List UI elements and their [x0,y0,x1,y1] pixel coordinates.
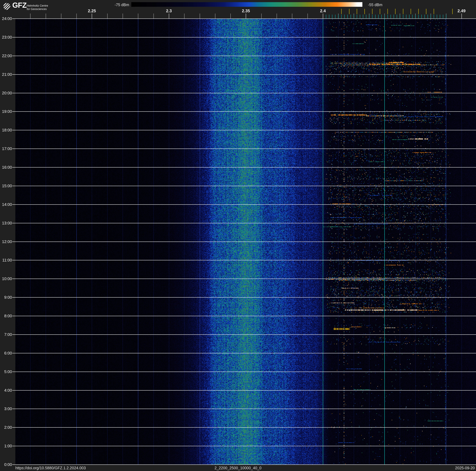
time-tick-label: 15:00 [0,183,12,188]
freq-tick-label: 2.3 [166,9,172,13]
gfz-logo-icon [3,3,10,10]
time-tick-label: 6:00 [0,351,12,356]
time-tick-label: 1:00 [0,444,12,448]
time-tick-label: 5:00 [0,369,12,374]
time-tick-label: 19:00 [0,109,12,114]
time-tick-label: 24:00 [0,16,12,21]
time-tick-label: 23:00 [0,35,12,40]
freq-tick-label: 2.49 [458,9,466,13]
time-tick-label: 16:00 [0,165,12,170]
time-tick-label: 9:00 [0,295,12,300]
footer-bar: https://doi.org/10.5880/GFZ.1.2.2024.003… [0,465,476,471]
logo-org-name: GFZ [12,1,27,9]
time-tick-label: 17:00 [0,146,12,151]
time-tick-label: 7:00 [0,332,12,337]
time-tick-label: 12:00 [0,239,12,244]
time-tick-label: 18:00 [0,128,12,132]
time-tick-label: 14:00 [0,202,12,207]
time-tick-label: 22:00 [0,54,12,58]
freq-tick-label: 2.35 [242,9,250,13]
time-tick-label: 3:00 [0,406,12,411]
freq-tick-label: 2.4 [320,9,326,13]
time-tick-label: 10:00 [0,276,12,281]
logo-subtitle-line2: for Geosciences [27,7,48,11]
gfz-logo: GFZ Helmholtz Centre for Geosciences [0,0,52,14]
spectrogram-screen: GFZ Helmholtz Centre for Geosciences -75… [0,0,476,471]
time-tick-label: 4:00 [0,388,12,393]
logo-subtitle-line1: Helmholtz Centre [27,4,48,7]
time-tick-label: 11:00 [0,258,12,263]
time-tick-label: 21:00 [0,72,12,77]
time-tick-label: 2:00 [0,425,12,430]
spectrogram-plot [0,0,476,471]
footer-date: 2025-09-20 [455,466,475,470]
freq-tick-label: 2.25 [88,9,96,13]
time-tick-label: 20:00 [0,91,12,95]
colorbar-max-label: -55 dBm [368,3,402,7]
colorbar-min-label: -75 dBm [99,3,129,7]
time-tick-label: 8:00 [0,314,12,318]
time-tick-label: 13:00 [0,221,12,225]
colorbar-gradient [131,2,362,7]
footer-dataset-name: 2_2200_2500_10000_40_0 [0,466,476,470]
logo-subtitle: Helmholtz Centre for Geosciences [27,4,48,11]
